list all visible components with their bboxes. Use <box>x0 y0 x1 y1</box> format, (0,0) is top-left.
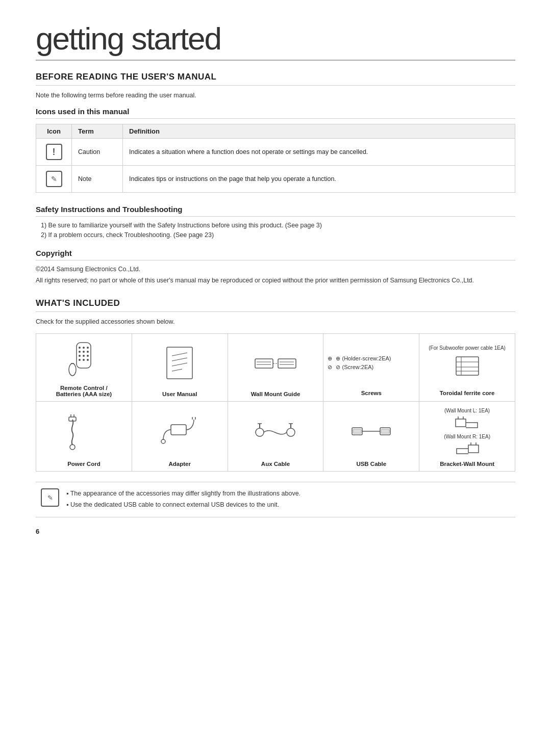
whats-included-intro: Check for the supplied accessories shown… <box>36 318 515 325</box>
copyright-section: Copyright ©2014 Samsung Electronics Co.,… <box>36 249 515 284</box>
svg-point-8 <box>83 355 85 357</box>
svg-line-16 <box>172 353 187 356</box>
svg-point-10 <box>79 359 81 361</box>
ferrite-label: Toroidal ferrite core <box>440 390 495 396</box>
svg-point-9 <box>87 355 89 357</box>
safety-section: Safety Instructions and Troubleshooting … <box>36 205 515 239</box>
table-row: ✎ Note Indicates tips or instructions on… <box>36 166 515 193</box>
whats-included-heading: WHAT'S INCLUDED <box>36 298 515 312</box>
accessory-adapter: Adapter <box>132 402 228 471</box>
bracket-wall-mount-label: Bracket-Wall Mount <box>440 461 494 467</box>
power-cord-icon <box>65 414 103 450</box>
svg-rect-15 <box>167 347 192 379</box>
wall-mount-guide-image <box>232 340 319 387</box>
accessory-toroidal-ferrite: (For Subwoofer power cable 1EA) Toroidal… <box>419 334 515 401</box>
col-icon: Icon <box>36 124 72 139</box>
usb-cable-icon <box>349 419 393 447</box>
aux-cable-icon <box>254 416 297 449</box>
caution-term: Caution <box>72 139 123 166</box>
bracket-right-icon <box>453 442 481 457</box>
icons-table: Icon Term Definition ! Caution Indicates… <box>36 124 515 193</box>
accessories-grid: Remote Control / Batteries (AAA size) Us… <box>36 333 515 472</box>
note-term: Note <box>72 166 123 193</box>
bracket-note2: (Wall Mount R: 1EA) <box>444 434 490 439</box>
svg-line-19 <box>172 369 182 371</box>
wall-mount-guide-label: Wall Mount Guide <box>251 391 300 397</box>
note-box-content: The appearance of the accessories may di… <box>66 488 300 511</box>
aux-cable-label: Aux Cable <box>261 461 290 467</box>
ferrite-note: (For Subwoofer power cable 1EA) <box>429 345 506 351</box>
usb-cable-label: USB Cable <box>356 461 386 467</box>
svg-line-18 <box>172 363 187 366</box>
usb-cable-image <box>328 408 415 457</box>
aux-cable-image <box>232 408 319 457</box>
svg-point-13 <box>69 363 76 376</box>
note-box: ✎ The appearance of the accessories may … <box>36 482 515 517</box>
svg-line-17 <box>172 358 187 361</box>
accessory-wall-mount-guide: Wall Mount Guide <box>228 334 324 401</box>
accessory-usb-cable: USB Cable <box>323 402 419 471</box>
svg-point-1 <box>79 347 81 349</box>
user-manual-image <box>136 340 223 387</box>
accessories-row-2: Power Cord <box>36 402 515 471</box>
icons-section: Icons used in this manual Icon Term Defi… <box>36 107 515 193</box>
caution-definition: Indicates a situation where a function d… <box>123 139 515 166</box>
svg-point-5 <box>83 351 85 353</box>
svg-rect-47 <box>353 429 361 433</box>
svg-point-7 <box>79 355 81 357</box>
safety-item-1: Be sure to familiarize yourself with the… <box>41 222 515 229</box>
copyright-line2: All rights reserved; no part or whole of… <box>36 277 515 284</box>
screws-note1: ⊕ ⊕ (Holder-screw:2EA) <box>328 355 415 362</box>
svg-point-43 <box>287 428 295 436</box>
accessory-remote-control: Remote Control / Batteries (AAA size) <box>36 334 132 401</box>
screw-text: ⊘ (Screw:2EA) <box>336 364 373 370</box>
caution-icon-cell: ! <box>36 139 72 166</box>
svg-point-3 <box>87 347 89 349</box>
icons-heading: Icons used in this manual <box>36 107 515 119</box>
svg-point-40 <box>256 428 264 436</box>
accessory-aux-cable: Aux Cable <box>228 402 324 471</box>
remote-control-icon <box>67 342 101 380</box>
accessory-screws: ⊕ ⊕ (Holder-screw:2EA) ⊘ ⊘ (Screw:2EA) S… <box>323 334 419 401</box>
note-box-icon: ✎ <box>41 488 59 507</box>
remote-control-image <box>40 340 128 381</box>
svg-rect-36 <box>171 425 186 435</box>
svg-point-6 <box>87 351 89 353</box>
col-term: Term <box>72 124 123 139</box>
copyright-heading: Copyright <box>36 249 515 260</box>
screw-icon: ⊘ <box>328 364 332 370</box>
svg-rect-50 <box>381 429 389 433</box>
note-definition: Indicates tips or instructions on the pa… <box>123 166 515 193</box>
safety-item-2: If a problem occurs, check Troubleshooti… <box>41 231 515 239</box>
bracket-left-icon <box>453 416 481 431</box>
caution-icon: ! <box>46 144 62 160</box>
holder-screw-icon: ⊕ <box>328 355 332 361</box>
svg-point-35 <box>70 445 75 450</box>
accessories-row-1: Remote Control / Batteries (AAA size) Us… <box>36 334 515 402</box>
svg-point-37 <box>161 439 165 444</box>
svg-point-2 <box>83 347 85 349</box>
screws-image-wrap: ⊕ ⊕ (Holder-screw:2EA) ⊘ ⊘ (Screw:2EA) <box>328 340 415 386</box>
screws-note2: ⊘ ⊘ (Screw:2EA) <box>328 364 415 371</box>
svg-rect-27 <box>456 357 479 375</box>
screws-label: Screws <box>361 390 382 396</box>
table-row: ! Caution Indicates a situation where a … <box>36 139 515 166</box>
accessory-user-manual: User Manual <box>132 334 228 401</box>
svg-point-12 <box>87 359 89 361</box>
ferrite-image-wrap: (For Subwoofer power cable 1EA) <box>423 340 511 386</box>
col-definition: Definition <box>123 124 515 139</box>
note-icon: ✎ <box>46 171 62 187</box>
svg-rect-20 <box>255 359 273 368</box>
remote-control-label: Remote Control / Batteries (AAA size) <box>56 385 112 397</box>
adapter-icon <box>161 414 199 450</box>
accessory-power-cord: Power Cord <box>36 402 132 471</box>
power-cord-image <box>40 408 128 457</box>
safety-list: Be sure to familiarize yourself with the… <box>36 222 515 239</box>
page-number: 6 <box>36 528 515 535</box>
user-manual-label: User Manual <box>162 391 197 397</box>
bracket-image-wrap: (Wall Mount L: 1EA) (Wall Mount R: 1EA) <box>423 408 511 457</box>
note-item-1: The appearance of the accessories may di… <box>66 488 300 499</box>
bracket-note1: (Wall Mount L: 1EA) <box>444 408 490 413</box>
ferrite-icon <box>452 353 483 381</box>
holder-screw-text: ⊕ (Holder-screw:2EA) <box>336 355 391 361</box>
